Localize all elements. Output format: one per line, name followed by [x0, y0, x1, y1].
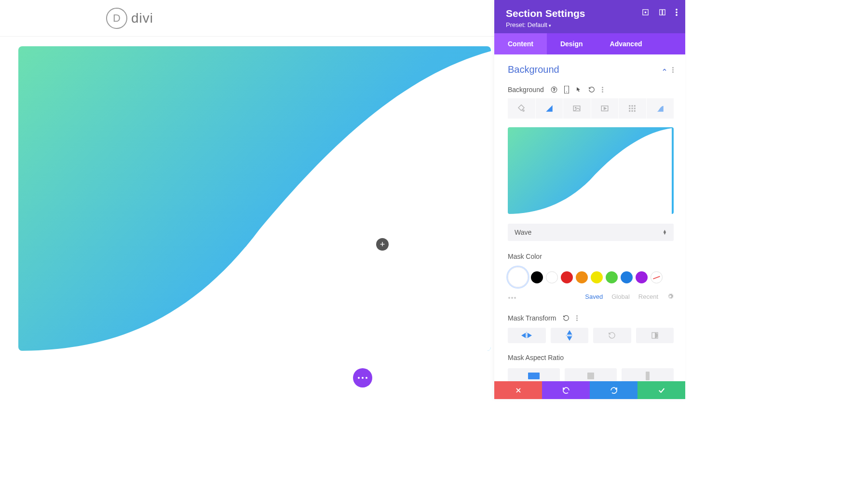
swatch-black[interactable] — [531, 271, 543, 283]
chevron-up-icon[interactable] — [662, 67, 667, 73]
more-icon[interactable] — [602, 86, 603, 93]
swatch-green[interactable] — [606, 271, 618, 283]
svg-rect-25 — [634, 105, 636, 107]
mask-transform-label: Mask Transform — [508, 314, 556, 322]
panel-body: Background Background ? Wave — [494, 54, 685, 399]
viewport: D divi + — [0, 0, 494, 494]
mask-color-swatches — [508, 267, 674, 287]
swatch-selected[interactable] — [508, 267, 528, 287]
mask-aspect-label: Mask Aspect Ratio — [508, 354, 674, 361]
settings-panel: Section Settings Preset: Default Content… — [494, 0, 685, 399]
svg-rect-27 — [632, 108, 633, 109]
more-icon[interactable] — [576, 315, 578, 321]
swatch-yellow[interactable] — [591, 271, 603, 283]
section-preview[interactable]: + — [18, 46, 491, 351]
hover-icon[interactable] — [576, 86, 582, 93]
svg-point-33 — [576, 318, 578, 319]
svg-rect-29 — [629, 110, 631, 112]
accordion-background[interactable]: Background — [508, 64, 674, 75]
redo-button[interactable] — [590, 381, 637, 399]
panel-tabs: Content Design Advanced — [494, 33, 685, 54]
reset-icon[interactable] — [563, 315, 570, 321]
palette-tab-global[interactable]: Global — [611, 293, 630, 300]
svg-rect-2 — [660, 10, 662, 15]
preset-dropdown[interactable]: Preset: Default — [506, 21, 674, 28]
more-icon[interactable] — [672, 67, 674, 73]
rotate-button[interactable] — [593, 328, 631, 343]
svg-point-13 — [566, 92, 567, 93]
logo-text: divi — [131, 11, 153, 26]
bg-tab-color[interactable] — [508, 98, 536, 119]
tab-advanced[interactable]: Advanced — [597, 33, 656, 54]
mask-color-label: Mask Color — [508, 253, 674, 260]
svg-marker-39 — [567, 336, 572, 341]
tab-content[interactable]: Content — [494, 33, 547, 54]
mask-style-value: Wave — [515, 228, 531, 236]
svg-point-16 — [602, 91, 603, 93]
tab-design[interactable]: Design — [547, 33, 597, 54]
svg-marker-22 — [604, 107, 606, 110]
swatch-blue[interactable] — [621, 271, 633, 283]
bg-tab-pattern[interactable] — [619, 98, 647, 119]
svg-marker-38 — [567, 330, 572, 334]
svg-point-8 — [672, 69, 674, 70]
accordion-title: Background — [508, 64, 559, 75]
palette-more-button[interactable] — [508, 292, 516, 301]
add-row-button[interactable]: + — [376, 238, 389, 251]
palette-tab-recent[interactable]: Recent — [638, 293, 658, 300]
undo-button[interactable] — [542, 381, 590, 399]
site-header: D divi — [0, 0, 494, 37]
more-icon[interactable] — [676, 9, 678, 16]
svg-rect-12 — [564, 86, 569, 93]
swatch-purple[interactable] — [636, 271, 648, 283]
save-button[interactable] — [637, 381, 685, 399]
svg-point-20 — [575, 107, 576, 108]
logo-mark: D — [106, 8, 127, 29]
background-field-row: Background ? — [508, 86, 674, 93]
panel-header: Section Settings Preset: Default — [494, 0, 685, 33]
page-actions-button[interactable] — [353, 368, 372, 387]
mask-transform-row: Mask Transform — [508, 314, 674, 322]
svg-point-4 — [676, 9, 678, 11]
svg-rect-28 — [634, 108, 636, 109]
chevron-updown-icon: ▲▼ — [663, 230, 667, 235]
mask-preview — [508, 127, 674, 214]
swatch-white[interactable] — [546, 271, 558, 283]
svg-point-7 — [672, 67, 674, 68]
mask-transform-buttons — [508, 328, 674, 343]
bg-tab-gradient[interactable] — [536, 98, 564, 119]
svg-rect-3 — [663, 10, 665, 15]
panel-footer-actions — [494, 381, 685, 399]
svg-point-34 — [576, 320, 578, 321]
phone-icon[interactable] — [564, 86, 569, 93]
svg-point-14 — [602, 87, 603, 88]
svg-point-6 — [676, 14, 678, 16]
gear-icon[interactable] — [667, 293, 674, 300]
flip-horizontal-button[interactable] — [508, 328, 546, 343]
snap-icon[interactable] — [659, 9, 666, 16]
flip-vertical-button[interactable] — [551, 328, 589, 343]
svg-rect-26 — [629, 108, 631, 109]
swatch-orange[interactable] — [576, 271, 588, 283]
expand-icon[interactable] — [642, 9, 649, 16]
color-palette-toolbar: Saved Global Recent — [508, 292, 674, 301]
svg-point-17 — [523, 110, 524, 111]
cancel-button[interactable] — [494, 381, 542, 399]
svg-rect-24 — [632, 105, 633, 107]
mask-style-select[interactable]: Wave ▲▼ — [508, 224, 674, 241]
svg-point-9 — [672, 71, 674, 73]
bg-tab-mask[interactable] — [647, 98, 674, 119]
bg-tab-video[interactable] — [591, 98, 619, 119]
help-icon[interactable]: ? — [551, 86, 557, 93]
bg-tab-image[interactable] — [563, 98, 591, 119]
background-label: Background — [508, 86, 544, 93]
svg-marker-18 — [546, 105, 553, 112]
svg-rect-30 — [632, 110, 633, 112]
svg-rect-23 — [629, 105, 631, 107]
swatch-none[interactable] — [651, 271, 663, 283]
palette-tab-saved[interactable]: Saved — [585, 293, 603, 300]
reset-icon[interactable] — [588, 86, 595, 93]
swatch-red[interactable] — [561, 271, 573, 283]
invert-button[interactable] — [636, 328, 674, 343]
svg-point-5 — [676, 12, 678, 13]
